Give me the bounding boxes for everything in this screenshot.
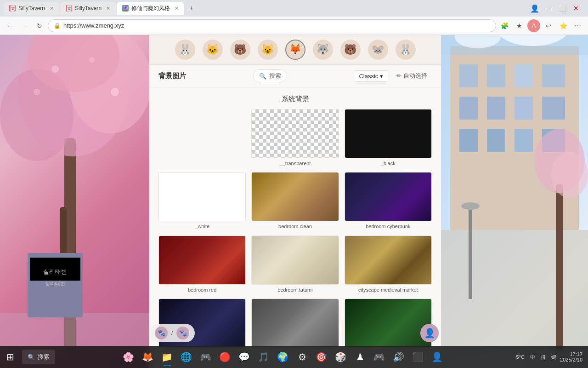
gallery-label-bedroom-cyberpunk: bedroom cyberpunk — [366, 223, 410, 230]
svg-text:실리태번: 실리태번 — [43, 268, 67, 275]
nav-bar: ← → ↻ 🔒 https://www.zmeng.xyz 🧩 ★ A ↩ ⭐ … — [0, 17, 588, 35]
taskbar-keyboard[interactable]: 键 — [549, 353, 558, 362]
tab-bar: 🃏 SillyTavern ✕ 🃏 SillyTavern ✕ 🔮 修仙与魔幻风… — [0, 0, 588, 17]
gallery-item-cityscape-postapoc[interactable]: cityscape postapoc — [251, 299, 339, 352]
start-button[interactable]: ⊞ — [0, 346, 20, 368]
taskbar-temp: 5°C — [514, 353, 526, 361]
gallery-item-bedroom-tatami[interactable]: bedroom tatami — [251, 236, 339, 293]
char-icon-6[interactable]: 🐻 — [340, 40, 361, 60]
taskbar-app-red[interactable]: 🔴 — [216, 346, 234, 368]
taskbar-app-edge[interactable]: 🌐 — [177, 346, 196, 368]
taskbar-search-label: 搜索 — [38, 353, 50, 361]
tab-active[interactable]: 🔮 修仙与魔幻风格 ✕ — [117, 2, 184, 15]
refresh-button[interactable]: ↻ — [33, 19, 46, 32]
gallery-item-bedroom-clean[interactable]: bedroom clean — [251, 172, 339, 230]
gallery-label-white: _white — [195, 223, 209, 230]
back-button[interactable]: ← — [4, 19, 17, 32]
date-value: 2025/2/10 — [560, 357, 582, 362]
tab-sillytavern-1[interactable]: 🃏 SillyTavern ✕ — [4, 2, 59, 15]
gallery-label-bedroom-red: bedroom red — [188, 287, 216, 293]
char-icon-1[interactable]: 🐱 — [203, 40, 223, 60]
window-minimize[interactable]: — — [542, 2, 555, 15]
svg-rect-36 — [469, 207, 472, 299]
tab-close-1[interactable]: ✕ — [50, 6, 54, 12]
char-icon-8[interactable]: 🐰 — [396, 40, 416, 60]
gallery-thumb-cityscape-market — [345, 236, 432, 285]
tab-close-2[interactable]: ✕ — [106, 6, 110, 12]
taskbar-app-terminal[interactable]: ⬛ — [409, 346, 427, 368]
history-button[interactable]: ↩ — [542, 19, 555, 32]
taskbar-pinned-apps: 🌸 🦊 📁 🌐 🎮 🔴 💬 🎵 🌍 ⚙ 🎯 🎲 ♟ 🎮 🔊 ⬛ 👤 — [57, 346, 509, 368]
background-right — [441, 0, 588, 368]
taskbar-lang-cn[interactable]: 中 — [528, 353, 537, 362]
thumb-black-inner — [345, 109, 431, 158]
thumb-forest-treehouse-inner — [345, 299, 431, 347]
taskbar-app-chess[interactable]: ♟ — [351, 346, 369, 368]
char-icon-4[interactable]: 🦊 — [285, 40, 305, 60]
taskbar-app-chat[interactable]: 💬 — [235, 346, 254, 368]
user-avatar-right[interactable]: 👤 — [420, 324, 439, 342]
taskbar-search[interactable]: 🔍 搜索 — [22, 350, 55, 364]
taskbar-app-5[interactable]: 🎮 — [197, 346, 215, 368]
taskbar-app-steam[interactable]: 🎮 — [370, 346, 389, 368]
dropdown-label: Classic — [359, 73, 378, 80]
address-bar[interactable]: 🔒 https://www.zmeng.xyz — [48, 19, 496, 32]
taskbar-lang-pinyin[interactable]: 拼 — [539, 353, 548, 362]
tab-close-3[interactable]: ✕ — [175, 6, 179, 12]
window-profile[interactable]: 👤 — [528, 2, 541, 15]
chat-bubble-icon-left[interactable]: 🐾 — [155, 327, 168, 339]
svg-rect-32 — [441, 230, 588, 350]
char-icon-7[interactable]: 🐭 — [368, 40, 388, 60]
char-icon-5[interactable]: 🐺 — [313, 40, 333, 60]
gallery-thumb-black — [345, 109, 432, 158]
auto-select-button[interactable]: ✏ 自动选择 — [392, 70, 432, 82]
search-icon: 🔍 — [259, 73, 266, 80]
extensions-button[interactable]: 🧩 — [498, 19, 511, 32]
window-close[interactable]: ✕ — [570, 2, 582, 15]
gallery-label-bedroom-clean: bedroom clean — [278, 223, 312, 230]
gallery-thumb-bedroom-cyberpunk — [345, 172, 432, 221]
thumb-cityscape-market-inner — [345, 236, 431, 284]
taskbar-app-avatar[interactable]: 👤 — [428, 346, 447, 368]
search-bar[interactable]: 🔍 搜索 — [253, 69, 287, 82]
taskbar-app-flowers[interactable]: 🌸 — [119, 346, 138, 368]
gallery-item-transparent[interactable]: __transparent — [251, 109, 339, 167]
taskbar-app-explorer[interactable]: 📁 — [158, 346, 176, 368]
taskbar-app-settings[interactable]: ⚙ — [293, 346, 311, 368]
window-maximize[interactable]: ⬜ — [556, 2, 569, 15]
menu-button[interactable]: ⋯ — [571, 19, 584, 32]
tab-favicon-3: 🔮 — [122, 5, 129, 12]
new-tab-button[interactable]: + — [185, 2, 198, 15]
taskbar-app-target[interactable]: 🎯 — [312, 346, 331, 368]
chat-bubble-icon-right[interactable]: 🐾 — [176, 327, 189, 339]
taskbar-app-globe[interactable]: 🌍 — [274, 346, 292, 368]
svg-rect-27 — [514, 129, 533, 152]
gallery-thumb-cityscape-postapoc — [251, 299, 339, 348]
gallery-thumb-transparent — [251, 109, 339, 158]
gallery-item-bedroom-cyberpunk[interactable]: bedroom cyberpunk — [345, 172, 432, 230]
gallery-item-forest-treehouse[interactable]: forest treehouse fireworks air baloons — [345, 299, 432, 352]
search-placeholder: 搜索 — [269, 72, 281, 80]
gallery-item-cityscape-market[interactable]: cityscape medieval market — [345, 236, 432, 293]
forward-button[interactable]: → — [18, 19, 31, 32]
char-icon-0[interactable]: 🐰 — [175, 40, 195, 60]
char-icon-2[interactable]: 🐻 — [230, 40, 250, 60]
style-dropdown[interactable]: Classic ▾ — [354, 70, 388, 82]
thumb-bedroom-red-inner — [159, 236, 245, 284]
taskbar-app-sound[interactable]: 🔊 — [390, 346, 408, 368]
taskbar-app-dice[interactable]: 🎲 — [332, 346, 350, 368]
gallery-item-black[interactable]: _black — [345, 109, 432, 167]
taskbar-app-fox[interactable]: 🦊 — [139, 346, 157, 368]
favorites-button[interactable]: ⭐ — [557, 19, 570, 32]
tab-label-1: SillyTavern — [18, 5, 45, 12]
gallery-item-bedroom-red[interactable]: bedroom red — [158, 236, 246, 293]
taskbar-app-music[interactable]: 🎵 — [254, 346, 273, 368]
star-button[interactable]: ★ — [513, 19, 526, 32]
profile-avatar[interactable]: A — [527, 19, 540, 32]
browser-chrome: 🃏 SillyTavern ✕ 🃏 SillyTavern ✕ 🔮 修仙与魔幻风… — [0, 0, 588, 35]
gallery-item-white[interactable]: _white — [158, 172, 246, 230]
tab-sillytavern-2[interactable]: 🃏 SillyTavern ✕ — [60, 2, 116, 15]
chat-bubble-slash: / — [171, 330, 173, 336]
char-icon-3[interactable]: 😺 — [258, 40, 278, 60]
main-panel: 🐰 🐱 🐻 😺 🦊 🐺 🐻 🐭 🐰 背景图片 🔍 搜索 Classic ▾ ✏ … — [149, 35, 441, 352]
